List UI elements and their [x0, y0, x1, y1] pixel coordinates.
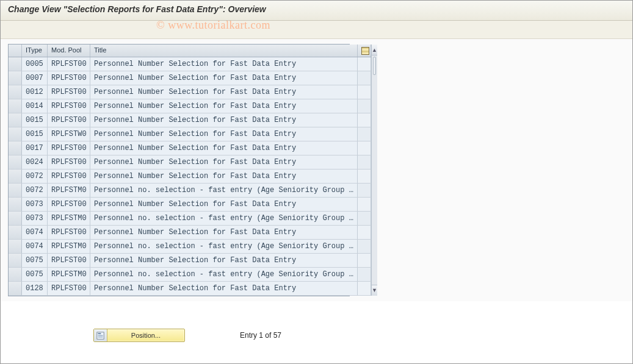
- column-header-modpool[interactable]: Mod. Pool: [48, 45, 90, 57]
- table-row[interactable]: 0074RPLFSTM0Personnel no. selection - fa…: [9, 240, 371, 254]
- row-selector[interactable]: [9, 240, 22, 253]
- cell-title[interactable]: Personnel Number Selection for Fast Data…: [90, 99, 358, 113]
- row-selector[interactable]: [9, 71, 22, 85]
- row-selector[interactable]: [9, 184, 22, 197]
- cell-itype[interactable]: 0073: [22, 212, 48, 225]
- row-selector-header[interactable]: [9, 45, 22, 57]
- cell-itype[interactable]: 0074: [22, 240, 48, 253]
- svg-rect-3: [98, 337, 103, 337]
- cell-modpool[interactable]: RPLFST00: [48, 226, 90, 239]
- row-selector[interactable]: [9, 141, 22, 155]
- row-selector[interactable]: [9, 85, 22, 99]
- cell-spacer: [358, 85, 371, 99]
- scroll-down-button[interactable]: ▼: [372, 285, 377, 296]
- cell-title[interactable]: Personnel Number Selection for Fast Data…: [90, 254, 358, 267]
- cell-title[interactable]: Personnel Number Selection for Fast Data…: [90, 85, 358, 99]
- row-selector[interactable]: [9, 268, 22, 281]
- column-header-title[interactable]: Title: [90, 45, 358, 57]
- row-selector[interactable]: [9, 226, 22, 239]
- svg-rect-2: [98, 335, 103, 335]
- row-selector[interactable]: [9, 113, 22, 127]
- cell-itype[interactable]: 0017: [22, 141, 48, 155]
- table-config-button[interactable]: [358, 45, 371, 57]
- cell-itype[interactable]: 0005: [22, 57, 48, 71]
- scroll-track[interactable]: [372, 55, 377, 285]
- cell-modpool[interactable]: RPLFSTM0: [48, 240, 90, 253]
- table-row[interactable]: 0017RPLFST00Personnel Number Selection f…: [9, 141, 371, 155]
- table-row[interactable]: 0072RPLFSTM0Personnel no. selection - fa…: [9, 184, 371, 198]
- vertical-scrollbar[interactable]: ▲ ▼: [371, 45, 377, 296]
- row-selector[interactable]: [9, 282, 22, 295]
- cell-itype[interactable]: 0075: [22, 268, 48, 281]
- table-row[interactable]: 0075RPLFSTM0Personnel no. selection - fa…: [9, 268, 371, 282]
- position-icon: [94, 329, 107, 341]
- table-row[interactable]: 0014RPLFST00Personnel Number Selection f…: [9, 99, 371, 113]
- cell-modpool[interactable]: RPLFSTW0: [48, 127, 90, 141]
- cell-title[interactable]: Personnel Number Selection for Fast Data…: [90, 141, 358, 155]
- table-row[interactable]: 0005RPLFST00Personnel Number Selection f…: [9, 57, 371, 71]
- cell-modpool[interactable]: RPLFST00: [48, 170, 90, 183]
- cell-title[interactable]: Personnel no. selection - fast entry (Ag…: [90, 240, 358, 253]
- table-row[interactable]: 0074RPLFST00Personnel Number Selection f…: [9, 226, 371, 240]
- cell-itype[interactable]: 0128: [22, 282, 48, 295]
- cell-title[interactable]: Personnel Number Selection for Fast Data…: [90, 282, 358, 295]
- cell-title[interactable]: Personnel Number Selection for Fast Data…: [90, 170, 358, 183]
- cell-title[interactable]: Personnel Number Selection for Fast Data…: [90, 155, 358, 169]
- cell-itype[interactable]: 0072: [22, 170, 48, 183]
- cell-itype[interactable]: 0075: [22, 254, 48, 267]
- cell-itype[interactable]: 0072: [22, 184, 48, 197]
- cell-title[interactable]: Personnel Number Selection for Fast Data…: [90, 127, 358, 141]
- row-selector[interactable]: [9, 170, 22, 183]
- cell-title[interactable]: Personnel Number Selection for Fast Data…: [90, 198, 358, 211]
- table-row[interactable]: 0007RPLFST00Personnel Number Selection f…: [9, 71, 371, 85]
- row-selector[interactable]: [9, 127, 22, 141]
- table-row[interactable]: 0128RPLFST00Personnel Number Selection f…: [9, 282, 371, 296]
- cell-modpool[interactable]: RPLFSTM0: [48, 268, 90, 281]
- cell-modpool[interactable]: RPLFSTM0: [48, 212, 90, 225]
- table-row[interactable]: 0075RPLFST00Personnel Number Selection f…: [9, 254, 371, 268]
- row-selector[interactable]: [9, 212, 22, 225]
- cell-title[interactable]: Personnel Number Selection for Fast Data…: [90, 226, 358, 239]
- cell-title[interactable]: Personnel Number Selection for Fast Data…: [90, 113, 358, 127]
- cell-itype[interactable]: 0012: [22, 85, 48, 99]
- cell-title[interactable]: Personnel Number Selection for Fast Data…: [90, 71, 358, 85]
- cell-itype[interactable]: 0073: [22, 198, 48, 211]
- cell-itype[interactable]: 0014: [22, 99, 48, 113]
- cell-modpool[interactable]: RPLFST00: [48, 57, 90, 71]
- cell-modpool[interactable]: RPLFST00: [48, 71, 90, 85]
- row-selector[interactable]: [9, 198, 22, 211]
- table-row[interactable]: 0015RPLFSTW0Personnel Number Selection f…: [9, 127, 371, 141]
- row-selector[interactable]: [9, 254, 22, 267]
- cell-modpool[interactable]: RPLFST00: [48, 141, 90, 155]
- cell-itype[interactable]: 0024: [22, 155, 48, 169]
- table-row[interactable]: 0072RPLFST00Personnel Number Selection f…: [9, 170, 371, 184]
- column-header-itype[interactable]: IType: [22, 45, 48, 57]
- cell-itype[interactable]: 0015: [22, 127, 48, 141]
- cell-title[interactable]: Personnel Number Selection for Fast Data…: [90, 57, 358, 71]
- row-selector[interactable]: [9, 57, 22, 71]
- table-row[interactable]: 0015RPLFST00Personnel Number Selection f…: [9, 113, 371, 127]
- cell-modpool[interactable]: RPLFST00: [48, 85, 90, 99]
- cell-itype[interactable]: 0074: [22, 226, 48, 239]
- cell-title[interactable]: Personnel no. selection - fast entry (Ag…: [90, 268, 358, 281]
- table-row[interactable]: 0024RPLFST00Personnel Number Selection f…: [9, 155, 371, 170]
- cell-itype[interactable]: 0015: [22, 113, 48, 127]
- table-row[interactable]: 0073RPLFSTM0Personnel no. selection - fa…: [9, 212, 371, 226]
- cell-itype[interactable]: 0007: [22, 71, 48, 85]
- cell-title[interactable]: Personnel no. selection - fast entry (Ag…: [90, 184, 358, 197]
- cell-title[interactable]: Personnel no. selection - fast entry (Ag…: [90, 212, 358, 225]
- cell-modpool[interactable]: RPLFSTM0: [48, 184, 90, 197]
- cell-modpool[interactable]: RPLFST00: [48, 254, 90, 267]
- scroll-thumb[interactable]: [373, 57, 376, 75]
- position-button[interactable]: Position...: [93, 329, 185, 342]
- row-selector[interactable]: [9, 99, 22, 113]
- cell-modpool[interactable]: RPLFST00: [48, 282, 90, 295]
- cell-modpool[interactable]: RPLFST00: [48, 113, 90, 127]
- cell-modpool[interactable]: RPLFST00: [48, 155, 90, 169]
- cell-modpool[interactable]: RPLFST00: [48, 198, 90, 211]
- scroll-up-button[interactable]: ▲: [372, 45, 377, 55]
- cell-modpool[interactable]: RPLFST00: [48, 99, 90, 113]
- table-row[interactable]: 0073RPLFST00Personnel Number Selection f…: [9, 198, 371, 212]
- row-selector[interactable]: [9, 155, 22, 169]
- table-row[interactable]: 0012RPLFST00Personnel Number Selection f…: [9, 85, 371, 99]
